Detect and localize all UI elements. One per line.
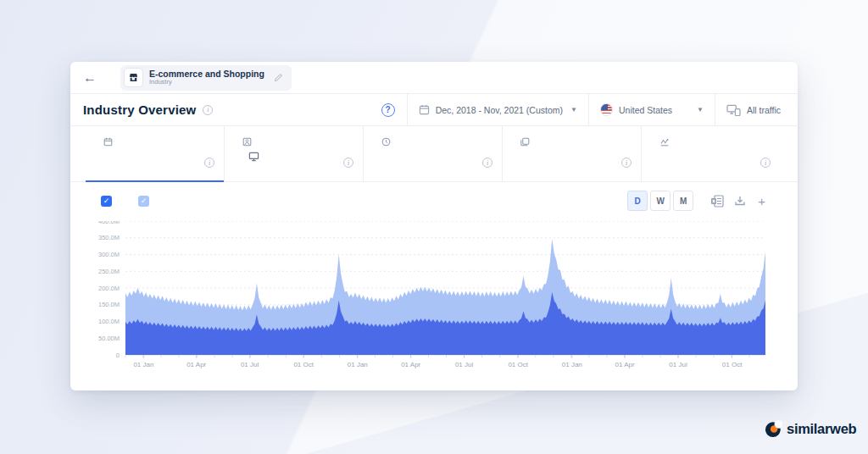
country-selector[interactable]: United States ▼	[588, 94, 715, 125]
store-icon	[124, 68, 143, 87]
info-icon[interactable]: i	[204, 158, 214, 168]
svg-text:01 Apr: 01 Apr	[186, 361, 206, 368]
svg-text:0: 0	[116, 352, 120, 359]
svg-text:01 Jul: 01 Jul	[455, 361, 474, 368]
bounce-icon	[659, 137, 670, 147]
metric-card-bounce-rate[interactable]: i	[642, 126, 780, 181]
legend-toggle-desktop[interactable]: ✓	[101, 196, 118, 207]
svg-text:01 Jan: 01 Jan	[562, 361, 582, 368]
brand-footer: similarweb	[765, 420, 856, 438]
metric-label	[520, 137, 641, 147]
help-icon[interactable]: ?	[381, 103, 395, 117]
svg-text:01 Jul: 01 Jul	[669, 361, 687, 368]
metrics-row: iiiii	[70, 126, 798, 182]
calendar-icon	[419, 104, 430, 115]
date-range-value: Dec, 2018 - Nov, 2021 (Custom)	[436, 105, 563, 115]
svg-text:300.0M: 300.0M	[98, 251, 120, 258]
metric-card-pages-per-visit[interactable]: i	[503, 126, 642, 181]
svg-text:01 Oct: 01 Oct	[508, 361, 528, 368]
svg-text:01 Apr: 01 Apr	[615, 361, 635, 368]
metric-card-visit-duration[interactable]: i	[364, 126, 503, 181]
traffic-chart-area: 400.0M350.0M300.0M250.0M200.0M150.0M100.…	[70, 219, 798, 385]
page-header: Industry Overview i ? Dec, 2018 - Nov, 2…	[70, 94, 798, 126]
industry-chip[interactable]: E-commerce and Shopping Industry	[120, 65, 292, 91]
svg-text:01 Jan: 01 Jan	[348, 361, 368, 368]
svg-text:01 Oct: 01 Oct	[722, 361, 743, 368]
svg-text:200.0M: 200.0M	[98, 285, 120, 292]
legend-toggle-mobile-web[interactable]: ✓	[138, 196, 155, 207]
industry-type-label: Industry	[149, 79, 264, 86]
granularity-button-w[interactable]: W	[650, 191, 670, 211]
traffic-value: All traffic	[747, 105, 781, 115]
info-icon[interactable]: i	[760, 158, 771, 168]
svg-text:01 Apr: 01 Apr	[401, 361, 420, 368]
users-icon	[242, 137, 252, 147]
svg-text:400.0M: 400.0M	[98, 221, 120, 225]
svg-text:150.0M: 150.0M	[98, 301, 120, 308]
metric-label	[103, 137, 224, 147]
svg-text:100.0M: 100.0M	[98, 318, 120, 325]
svg-text:01 Jan: 01 Jan	[133, 361, 153, 368]
svg-text:50.00M: 50.00M	[98, 335, 120, 342]
svg-text:01 Jul: 01 Jul	[241, 361, 259, 368]
chart-controls: ✓✓ DWM +	[70, 182, 798, 219]
info-icon[interactable]: i	[343, 158, 353, 168]
us-flag-icon	[600, 103, 613, 116]
metric-label	[659, 137, 780, 147]
svg-text:250.0M: 250.0M	[98, 268, 120, 275]
excel-export-icon[interactable]	[710, 195, 724, 208]
date-range-selector[interactable]: Dec, 2018 - Nov, 2021 (Custom) ▼	[407, 94, 588, 125]
back-arrow-icon[interactable]: ←	[83, 71, 97, 85]
metric-label	[381, 137, 502, 147]
checkbox-icon: ✓	[138, 196, 149, 207]
country-value: United States	[619, 105, 672, 115]
traffic-chart: 400.0M350.0M300.0M250.0M200.0M150.0M100.…	[70, 221, 798, 377]
info-icon[interactable]: i	[482, 158, 492, 168]
pages-icon	[520, 137, 530, 147]
all-traffic-icon	[726, 104, 741, 116]
checkbox-icon: ✓	[101, 196, 112, 207]
clock-icon	[381, 137, 391, 147]
svg-text:01 Oct: 01 Oct	[293, 361, 314, 368]
svg-text:350.0M: 350.0M	[98, 234, 120, 241]
granularity-button-m[interactable]: M	[673, 191, 693, 211]
chevron-down-icon: ▼	[697, 106, 704, 114]
desktop-monitor-icon	[248, 152, 259, 162]
chart-legend: ✓✓	[101, 196, 175, 207]
metric-card-monthly-visits[interactable]: i	[86, 126, 225, 181]
brand-name: similarweb	[787, 421, 856, 437]
add-metric-icon[interactable]: +	[758, 194, 765, 208]
edit-pencil-icon[interactable]	[274, 73, 283, 82]
info-icon[interactable]: i	[203, 105, 213, 115]
similarweb-logo-icon	[765, 420, 782, 438]
chevron-down-icon: ▼	[570, 106, 577, 114]
metric-label	[242, 137, 363, 147]
calendar-icon	[103, 137, 113, 147]
page-title: Industry Overview	[83, 102, 196, 117]
traffic-selector[interactable]: All traffic	[715, 94, 798, 125]
granularity-switcher: DWM	[627, 191, 693, 211]
dashboard-card: ← E-commerce and Shopping Industry Indus…	[70, 62, 798, 390]
granularity-button-d[interactable]: D	[627, 191, 648, 211]
top-bar: ← E-commerce and Shopping Industry	[70, 62, 798, 94]
download-icon[interactable]	[734, 195, 746, 207]
metric-card-unique-visitors[interactable]: i	[225, 126, 364, 181]
info-icon[interactable]: i	[621, 158, 632, 168]
